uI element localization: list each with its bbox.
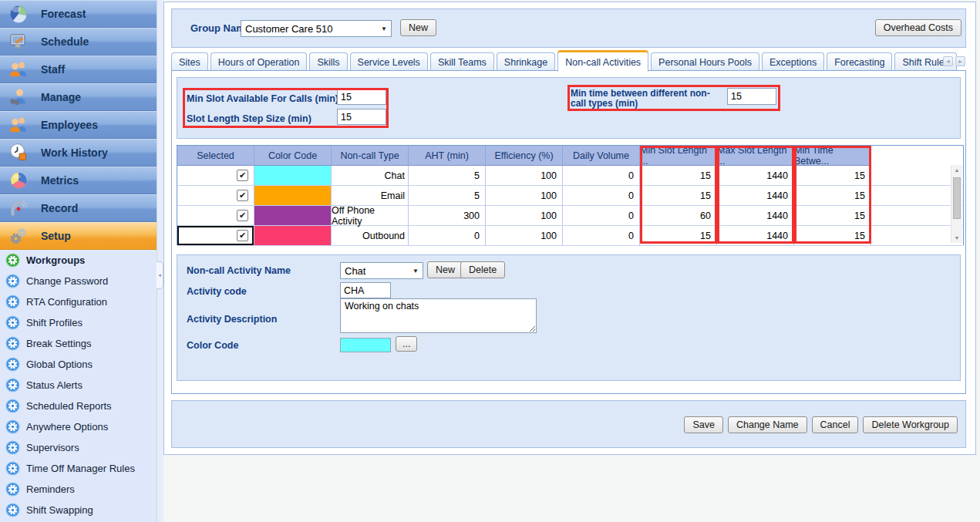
checkbox-checked[interactable]: ✔ bbox=[237, 170, 248, 181]
tab-skills[interactable]: Skills bbox=[309, 52, 347, 71]
tab-scroll-right-button[interactable]: ► bbox=[955, 56, 965, 66]
sidebar-subitem-scheduled-reports[interactable]: Scheduled Reports bbox=[0, 396, 157, 416]
checkbox-checked[interactable]: ✔ bbox=[237, 230, 248, 241]
cell-efficiency[interactable]: 100 bbox=[486, 206, 563, 225]
column-header-selected[interactable]: Selected bbox=[177, 146, 254, 166]
sidebar-item-employees[interactable]: Employees bbox=[0, 111, 157, 139]
cell-aht[interactable]: 5 bbox=[409, 166, 486, 185]
sidebar-item-record[interactable]: Record bbox=[0, 194, 157, 222]
cell-max-slot-length[interactable]: 1440 bbox=[717, 186, 794, 205]
tab-skill-teams[interactable]: Skill Teams bbox=[430, 52, 494, 71]
cell-selected[interactable]: ✔ bbox=[177, 226, 254, 245]
cell-min-slot-length[interactable]: 60 bbox=[640, 206, 717, 225]
activity-name-select[interactable]: Chat ▼ bbox=[340, 262, 423, 279]
min-slot-available-input[interactable] bbox=[337, 89, 386, 105]
column-header-min-slot-length[interactable]: Min Slot Length ... bbox=[640, 146, 717, 166]
checkbox-checked[interactable]: ✔ bbox=[237, 190, 248, 201]
tab-personal-hours-pools[interactable]: Personal Hours Pools bbox=[651, 52, 759, 71]
scrollbar-down-icon[interactable]: ▼ bbox=[951, 235, 962, 241]
column-header-aht-min[interactable]: AHT (min) bbox=[409, 146, 486, 166]
cell-aht[interactable]: 300 bbox=[409, 206, 486, 225]
cell-daily-volume[interactable]: 0 bbox=[563, 226, 640, 245]
scrollbar-up-icon[interactable]: ▲ bbox=[951, 167, 962, 173]
delete-activity-button[interactable]: Delete bbox=[460, 261, 505, 278]
cell-aht[interactable]: 5 bbox=[409, 186, 486, 205]
column-header-color-code[interactable]: Color Code bbox=[254, 146, 332, 166]
tab-service-levels[interactable]: Service Levels bbox=[350, 52, 428, 71]
cancel-button[interactable]: Cancel bbox=[812, 416, 859, 433]
cell-non-call-type[interactable]: Chat bbox=[332, 166, 409, 185]
cell-daily-volume[interactable]: 0 bbox=[563, 166, 640, 185]
cell-selected[interactable]: ✔ bbox=[177, 186, 254, 205]
sidebar-subitem-shift-swapping[interactable]: Shift Swapping bbox=[0, 500, 157, 520]
slot-length-step-input[interactable] bbox=[337, 109, 386, 125]
table-row[interactable]: ✔Email5100015144015 bbox=[177, 186, 963, 206]
sidebar-subitem-status-alerts[interactable]: Status Alerts bbox=[0, 375, 157, 396]
checkbox-checked[interactable]: ✔ bbox=[237, 210, 248, 221]
cell-max-slot-length[interactable]: 1440 bbox=[717, 166, 794, 185]
table-row[interactable]: ✔Chat5100015144015 bbox=[177, 166, 963, 186]
sidebar-subitem-supervisors[interactable]: Supervisors bbox=[0, 437, 157, 458]
cell-color-code[interactable] bbox=[254, 186, 332, 205]
sidebar-item-work-history[interactable]: Work History bbox=[0, 139, 157, 167]
activity-description-input[interactable]: Working on chats bbox=[340, 298, 537, 333]
table-row[interactable]: ✔Off Phone Activity300100060144015 bbox=[177, 206, 963, 226]
cell-max-slot-length[interactable]: 1440 bbox=[717, 206, 794, 225]
cell-min-time-between[interactable]: 15 bbox=[794, 206, 871, 225]
overhead-costs-button[interactable]: Overhead Costs bbox=[875, 19, 961, 36]
color-picker-button[interactable]: ... bbox=[396, 336, 417, 352]
cell-max-slot-length[interactable]: 1440 bbox=[717, 226, 794, 245]
cell-non-call-type[interactable]: Outbound bbox=[332, 226, 409, 245]
delete-workgroup-button[interactable]: Delete Workgroup bbox=[863, 416, 958, 433]
cell-selected[interactable]: ✔ bbox=[177, 206, 254, 225]
cell-efficiency[interactable]: 100 bbox=[486, 186, 563, 205]
cell-aht[interactable]: 0 bbox=[409, 226, 486, 245]
sidebar-subitem-break-settings[interactable]: Break Settings bbox=[0, 333, 157, 354]
cell-min-time-between[interactable]: 15 bbox=[794, 166, 871, 185]
new-group-button[interactable]: New bbox=[400, 19, 436, 36]
tab-non-call-activities[interactable]: Non-call Activities bbox=[557, 50, 648, 72]
sidebar-item-staff[interactable]: Staff bbox=[0, 56, 157, 83]
cell-daily-volume[interactable]: 0 bbox=[563, 186, 640, 205]
column-header-max-slot-length[interactable]: Max Slot Length ... bbox=[717, 146, 794, 166]
tab-sites[interactable]: Sites bbox=[171, 52, 208, 71]
sidebar-subitem-change-password[interactable]: Change Password bbox=[0, 271, 157, 291]
cell-min-time-between[interactable]: 15 bbox=[794, 186, 871, 205]
cell-color-code[interactable] bbox=[254, 226, 332, 245]
column-header-daily-volume[interactable]: Daily Volume bbox=[563, 146, 640, 166]
save-button[interactable]: Save bbox=[684, 416, 723, 433]
new-activity-button[interactable]: New bbox=[427, 261, 463, 278]
cell-efficiency[interactable]: 100 bbox=[486, 226, 563, 245]
tab-scroll-left-button[interactable]: ◄ bbox=[943, 56, 953, 66]
cell-efficiency[interactable]: 100 bbox=[486, 166, 563, 185]
sidebar-subitem-workgroups[interactable]: Workgroups bbox=[0, 250, 157, 271]
cell-color-code[interactable] bbox=[254, 166, 332, 185]
sidebar-item-metrics[interactable]: Metrics bbox=[0, 167, 157, 194]
sidebar-item-manage[interactable]: Manage bbox=[0, 83, 157, 111]
sidebar-subitem-time-off-manager-rules[interactable]: Time Off Manager Rules bbox=[0, 458, 157, 479]
cell-non-call-type[interactable]: Off Phone Activity bbox=[332, 206, 409, 225]
min-time-between-input[interactable] bbox=[727, 88, 776, 105]
group-name-select[interactable]: Customer Care 510 ▼ bbox=[241, 20, 392, 37]
column-header-non-call-type[interactable]: Non-call Type bbox=[332, 146, 409, 166]
cell-min-slot-length[interactable]: 15 bbox=[640, 226, 717, 245]
cell-selected[interactable]: ✔ bbox=[177, 166, 254, 185]
sidebar-collapse-handle[interactable]: ◄ bbox=[157, 261, 163, 289]
tab-shrinkage[interactable]: Shrinkage bbox=[497, 52, 555, 71]
table-row[interactable]: ✔Outbound0100015144015 bbox=[177, 226, 963, 246]
cell-daily-volume[interactable]: 0 bbox=[563, 206, 640, 225]
cell-min-slot-length[interactable]: 15 bbox=[640, 166, 717, 185]
sidebar-item-schedule[interactable]: Schedule bbox=[0, 28, 157, 56]
change-name-button[interactable]: Change Name bbox=[728, 416, 807, 433]
sidebar-subitem-global-options[interactable]: Global Options bbox=[0, 354, 157, 375]
tab-hours-of-operation[interactable]: Hours of Operation bbox=[210, 52, 308, 71]
tab-exceptions[interactable]: Exceptions bbox=[762, 52, 824, 71]
cell-min-slot-length[interactable]: 15 bbox=[640, 186, 717, 205]
tab-forecasting[interactable]: Forecasting bbox=[827, 52, 892, 71]
sidebar-item-forecast[interactable]: Forecast bbox=[0, 0, 157, 28]
scrollbar-thumb[interactable] bbox=[953, 177, 961, 219]
sidebar-subitem-shift-profiles[interactable]: Shift Profiles bbox=[0, 312, 157, 333]
sidebar-subitem-anywhere-options[interactable]: Anywhere Options bbox=[0, 416, 157, 437]
column-header-efficiency[interactable]: Efficiency (%) bbox=[486, 146, 563, 166]
sidebar-subitem-rta-configuration[interactable]: RTA Configuration bbox=[0, 291, 157, 312]
